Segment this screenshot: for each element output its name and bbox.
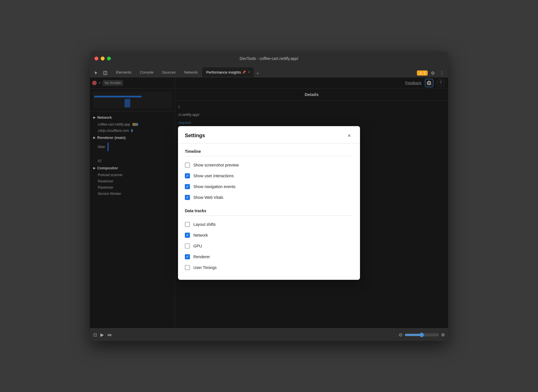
pin-icon: 📌 bbox=[242, 70, 246, 74]
cursor-icon[interactable] bbox=[92, 69, 100, 77]
settings-section-timeline: Timeline bbox=[185, 149, 353, 154]
checkbox-gpu[interactable] bbox=[185, 243, 190, 249]
modal-body: Timeline Show screenshot preview Show us… bbox=[178, 143, 360, 280]
label-gpu[interactable]: GPU bbox=[193, 244, 202, 248]
modal-overlay[interactable]: Settings × Timeline Show screenshot prev… bbox=[90, 77, 448, 328]
screenshot-toggle-icon[interactable]: ⊡ bbox=[93, 332, 97, 337]
bottom-toolbar: ⊡ ▶ ⏮ ⊖ ⊕ bbox=[90, 328, 448, 341]
label-web-vitals[interactable]: Show Web Vitals bbox=[193, 195, 223, 200]
label-user-interactions[interactable]: Show user interactions bbox=[193, 174, 234, 178]
settings-modal: Settings × Timeline Show screenshot prev… bbox=[178, 126, 360, 280]
divider-1 bbox=[185, 156, 353, 156]
settings-item-screenshot: Show screenshot preview bbox=[185, 160, 353, 170]
more-menu-btn[interactable]: ⋮ bbox=[438, 69, 446, 77]
tab-performance-insights[interactable]: Performance insights 📌 × bbox=[202, 67, 254, 77]
settings-item-renderer: Renderer bbox=[185, 251, 353, 262]
settings-section-data-tracks: Data tracks bbox=[185, 208, 353, 213]
traffic-lights bbox=[94, 57, 111, 61]
devtools-window: DevTools - coffee-cart.netlify.app/ Elem… bbox=[90, 51, 448, 341]
tab-overflow-button[interactable]: » bbox=[254, 69, 261, 77]
tab-close-icon[interactable]: × bbox=[248, 70, 250, 74]
checkbox-layout-shifts[interactable] bbox=[185, 222, 190, 227]
zoom-out-icon[interactable]: ⊖ bbox=[399, 332, 402, 337]
tab-bar-right-actions: ⚠ 1 ⚙ ⋮ bbox=[417, 69, 446, 77]
main-content: ▾ No throttlin ▶ Network coffee-cart.net… bbox=[90, 77, 448, 328]
divider-2 bbox=[185, 215, 353, 216]
label-user-timings[interactable]: User Timings bbox=[193, 265, 217, 270]
checkbox-renderer[interactable] bbox=[185, 254, 190, 259]
checkbox-web-vitals[interactable] bbox=[185, 195, 190, 200]
bottom-left-controls: ⊡ ▶ ⏮ bbox=[93, 332, 112, 337]
settings-icon-btn[interactable]: ⚙ bbox=[429, 69, 437, 77]
settings-item-user-interactions: Show user interactions bbox=[185, 170, 353, 181]
play-icon[interactable]: ▶ bbox=[100, 332, 104, 337]
settings-item-gpu: GPU bbox=[185, 241, 353, 251]
tab-network[interactable]: Network bbox=[180, 67, 202, 77]
settings-item-network-track: Network bbox=[185, 230, 353, 241]
label-navigation[interactable]: Show navigation events bbox=[193, 184, 235, 189]
label-renderer[interactable]: Renderer bbox=[193, 255, 210, 259]
title-bar: DevTools - coffee-cart.netlify.app/ bbox=[90, 51, 448, 66]
modal-close-button[interactable]: × bbox=[345, 132, 353, 140]
checkbox-network-track[interactable] bbox=[185, 233, 190, 238]
checkbox-user-timings[interactable] bbox=[185, 265, 190, 270]
tab-elements[interactable]: Elements bbox=[112, 67, 135, 77]
bottom-right-zoom: ⊖ ⊕ bbox=[399, 332, 445, 337]
settings-item-layout-shifts: Layout shifts bbox=[185, 219, 353, 230]
label-network-track[interactable]: Network bbox=[193, 233, 208, 237]
modal-title: Settings bbox=[185, 133, 205, 139]
zoom-in-icon[interactable]: ⊕ bbox=[441, 332, 445, 337]
step-back-icon[interactable]: ⏮ bbox=[107, 332, 112, 337]
label-screenshot[interactable]: Show screenshot preview bbox=[193, 163, 239, 167]
warning-badge[interactable]: ⚠ 1 bbox=[417, 70, 428, 76]
tab-console[interactable]: Console bbox=[136, 67, 158, 77]
tab-sources[interactable]: Sources bbox=[158, 67, 180, 77]
settings-item-web-vitals: Show Web Vitals bbox=[185, 192, 353, 203]
maximize-button[interactable] bbox=[107, 57, 111, 61]
minimize-button[interactable] bbox=[101, 57, 105, 61]
close-button[interactable] bbox=[94, 57, 98, 61]
checkbox-user-interactions[interactable] bbox=[185, 173, 190, 178]
dock-icon[interactable] bbox=[101, 69, 109, 77]
checkbox-navigation[interactable] bbox=[185, 184, 190, 189]
window-title: DevTools - coffee-cart.netlify.app/ bbox=[240, 56, 298, 61]
warning-icon: ⚠ bbox=[419, 71, 422, 75]
settings-item-navigation: Show navigation events bbox=[185, 181, 353, 192]
label-layout-shifts[interactable]: Layout shifts bbox=[193, 222, 216, 227]
tab-bar: Elements Console Sources Network Perform… bbox=[90, 66, 448, 77]
tab-bar-icons bbox=[92, 69, 109, 77]
checkbox-screenshot[interactable] bbox=[185, 162, 190, 168]
modal-header: Settings × bbox=[178, 126, 360, 143]
settings-item-user-timings: User Timings bbox=[185, 262, 353, 273]
zoom-slider[interactable] bbox=[405, 333, 439, 337]
